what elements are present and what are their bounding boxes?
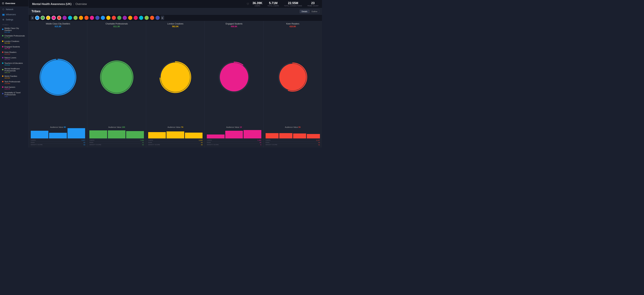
sidebar-item-settings[interactable]: ⚙ Settings [0,17,28,22]
audience-value-label: Audience Value 74 [168,126,183,128]
tribe-selector-dot[interactable] [79,16,83,20]
stat-users-value: 36.39K [252,1,262,5]
sidebar-item-influencers-label: Influencers [6,13,16,16]
tribe-col-count: 499.8K [231,25,238,28]
tribe-selector-dot[interactable] [90,16,94,20]
sidebar-item-network[interactable]: ⬡ Network [0,7,28,12]
tribe-selector-dot[interactable] [117,16,121,20]
tribe-list-item[interactable]: London Creatives 562.00K [0,39,28,45]
stat-label: USERS [207,139,212,141]
tribe-item-count: 308.27K [4,72,26,73]
tribes-section-label: TRIBES [0,22,28,26]
tribe-selector-dot[interactable] [52,16,56,20]
tribe-column: Middle Class City Dwellers 915.3K Audien… [29,21,87,148]
tribes-bar-next[interactable]: ▶ [161,16,164,20]
tribe-item-count: 410.01K [4,53,26,55]
tribe-dot [2,63,4,64]
topbar-stats: 36.39K USERS 5.71M TOTAL USERS 22.55M TO… [252,1,318,7]
tribe-col-name: Middle Class City Dwellers [46,23,70,25]
tribe-selector-dot[interactable] [41,16,45,20]
stat-row: DENSITY SCORE 59 [31,144,85,146]
tribe-circle-svg [159,61,192,93]
tribe-col-name: London Creatives [167,23,184,25]
tribe-selector-dot[interactable] [150,16,154,20]
tribe-column: London Creatives 562.0K Audience Value 7… [146,21,205,148]
tribe-selector-dot[interactable] [112,16,116,20]
view-outline-button[interactable]: Outline [310,10,319,13]
tribe-column: Keen Readers 410.0K Audience Value 55 US… [264,21,322,148]
tribe-item-count: 562.00K [4,42,26,44]
tribe-column: Engaged Students 499.8K Audience Value 1… [205,21,264,148]
audience-value-label: Audience Value 55 [285,126,301,128]
tribe-selector-dot[interactable] [95,16,100,20]
tribe-selector-dot[interactable] [68,16,72,20]
stat-value: #2 [84,142,85,143]
tribe-item-count: 133.95K [4,83,26,84]
stat-value: 7,077 [81,139,85,141]
tribe-selector-dot[interactable] [57,16,61,20]
tribe-item-name: Keen Readers [4,51,16,53]
tribe-item-name: Teachers & Educators [4,62,23,64]
tribe-selector-dot[interactable] [128,16,132,20]
tribe-list-item[interactable]: Avid Gamers 128.67K [0,85,28,91]
stat-total-users: 5.71M TOTAL USERS [268,1,279,7]
tribes-bar-prev[interactable]: ◀ [31,16,34,20]
tribe-bar-section: USERS 2,107 RANK #5 DENSITY SCORE 31 [265,128,321,146]
tribe-circle-svg [100,60,134,94]
tribe-dot [2,29,4,30]
tribe-selector-dot[interactable] [144,16,149,20]
tribe-selector-dot[interactable] [84,16,88,20]
view-toggle: Details Outline [300,10,319,13]
tribe-list-item[interactable]: Keen Readers 410.01K [0,50,28,56]
tribe-selector-dot[interactable] [123,16,127,20]
stat-row: DENSITY SCORE 83 [90,144,144,146]
sidebar-title: Overview [5,2,15,5]
tribe-bar [293,133,306,138]
stat-label: DENSITY SCORE [90,144,101,146]
tribe-list-item[interactable]: Nature Lovers 364.94K [0,56,28,61]
tribe-stats: USERS 2,107 RANK #5 DENSITY SCORE 31 [266,139,320,146]
tribe-list-item[interactable]: Teachers & Educators 310.81K [0,61,28,67]
tribe-col-name: Charitable Professionals [106,23,128,25]
tribe-selector-dot[interactable] [46,16,50,20]
svg-point-0 [41,60,75,94]
tribe-selector-dot[interactable] [134,16,138,20]
stat-users: 36.39K USERS [252,1,262,7]
stat-label: RANK [31,142,35,143]
tribe-selector-dot[interactable] [74,16,78,20]
topbar: Mental Health Awareness (UK) | Overview … [29,0,322,8]
title-separator: | [73,3,74,5]
tribe-list-item[interactable]: Mental Healthcare Professionals 308.27K [0,67,28,74]
tribe-item-count: 489.78K [4,48,26,50]
tribe-list-item[interactable]: Welsh Families 180.82K [0,74,28,80]
tribe-list-item[interactable]: Hospitality & Travel Professionals 338K [0,91,28,98]
stat-total-connections-value: 22.55M [284,1,302,5]
tribe-selector-dot[interactable] [62,16,67,20]
tribe-selector-dot[interactable] [106,16,110,20]
stat-value: 39 [201,144,202,146]
audience-value-label: Audience Value 100 [108,126,125,128]
tribe-selector-dot[interactable] [35,16,39,20]
tribe-selector-dot[interactable] [101,16,105,20]
stat-total-connections-label: TOTAL CONNECTIONS [284,5,302,7]
tribe-selector-dot[interactable] [139,16,143,20]
tribe-list-item[interactable]: Tech Professionals 133.95K [0,80,28,85]
view-details-button[interactable]: Details [300,10,309,13]
tribe-item-name: Welsh Families [4,75,17,77]
tribe-list-item[interactable]: Charitable Professionals 811.34K [0,34,28,39]
sidebar-item-influencers[interactable]: 👥 Influencers [0,12,28,17]
stat-value: 59 [84,144,85,146]
stat-value: #5 [318,142,320,143]
tribe-bar-section: USERS 7,988 RANK #1 DENSITY SCORE 83 [89,128,144,146]
tribe-selector-dot[interactable] [156,16,160,20]
stat-label: DENSITY SCORE [207,144,218,146]
settings-icon: ⚙ [2,19,4,21]
tribe-list-item[interactable]: Engaged Students 489.78K [0,45,28,50]
tribe-list-item[interactable]: Middle Class City Dwellers 915.29K [0,26,28,34]
favorite-button[interactable]: ♡ [247,3,249,6]
stat-row: RANK #4 [148,141,202,144]
stat-value: 83 [142,144,144,146]
tribes-header: Tribes Details Outline [29,8,322,15]
stat-tribe-count-label: TRIBE COUNT [307,5,318,7]
tribe-item-name: Hospitality & Travel Professionals [4,92,26,96]
